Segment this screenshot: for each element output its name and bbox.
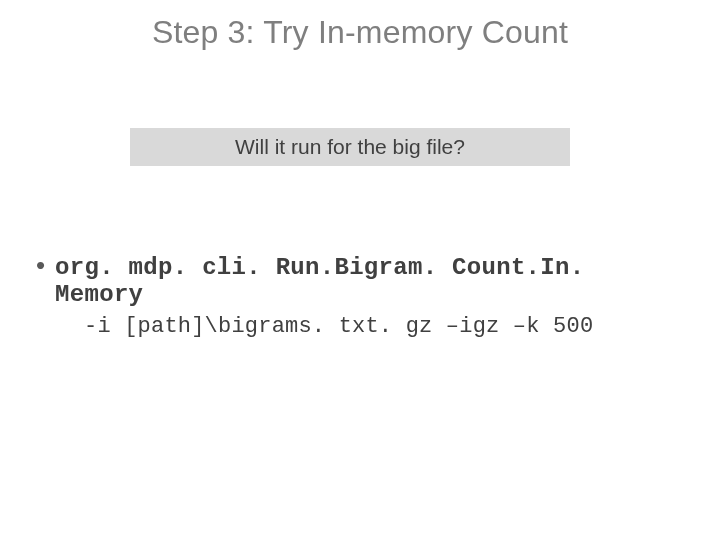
slide: Step 3: Try In-memory Count Will it run … (0, 0, 720, 540)
command-text: org. mdp. cli. Run.Bigram. Count.In. Mem… (55, 254, 684, 308)
slide-body: • org. mdp. cli. Run.Bigram. Count.In. M… (36, 252, 684, 339)
bullet-dot-icon: • (36, 252, 45, 278)
slide-title: Step 3: Try In-memory Count (0, 14, 720, 51)
question-box: Will it run for the big file? (130, 128, 570, 166)
bullet-item: • org. mdp. cli. Run.Bigram. Count.In. M… (36, 252, 684, 308)
command-args: -i [path]\bigrams. txt. gz –igz –k 500 (84, 314, 684, 339)
question-text: Will it run for the big file? (235, 135, 465, 159)
